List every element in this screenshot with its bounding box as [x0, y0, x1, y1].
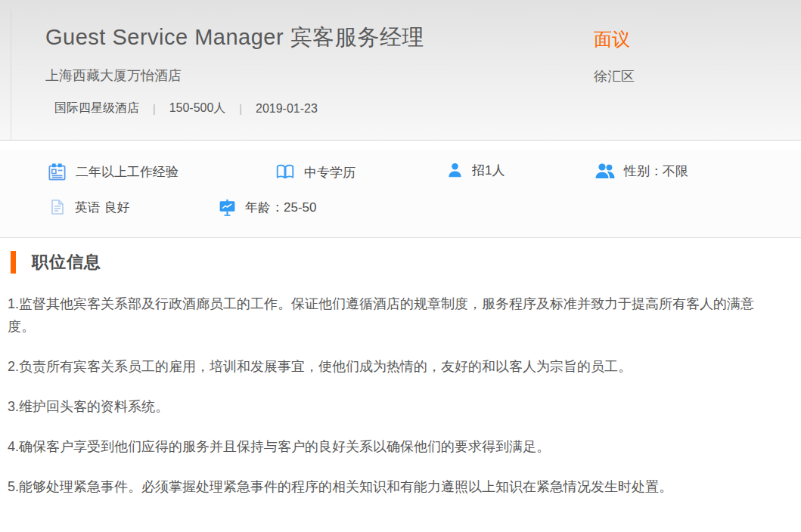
- company-tags: 国际四星级酒店 | 150-500人 | 2019-01-23: [54, 101, 318, 116]
- tag-separator: |: [239, 103, 242, 115]
- gender-icon: [595, 162, 616, 180]
- work-experience-icon: [47, 162, 67, 182]
- requirement-label: 中专学历: [304, 164, 355, 181]
- job-requirements-strip: 二年以上工作经验 中专学历 招1人 性别：不限: [0, 150, 801, 238]
- card-left-edge: [11, 10, 11, 140]
- requirement-gender: 性别：不限: [595, 162, 688, 180]
- section-title: 职位信息: [32, 251, 101, 274]
- job-title: Guest Service Manager 宾客服务经理: [45, 23, 424, 53]
- requirement-headcount: 招1人: [446, 162, 505, 179]
- accent-bar: [11, 251, 16, 274]
- requirement-age: 年龄：25-50: [218, 198, 316, 217]
- age-icon: [218, 198, 237, 217]
- salary-negotiable: 面议: [594, 27, 630, 51]
- tag-separator: |: [153, 103, 156, 115]
- description-paragraph: 5.能够处理紧急事件。必须掌握处理紧急事件的程序的相关知识和有能力遵照以上知识在…: [8, 475, 778, 498]
- description-paragraph: 3.维护回头客的资料系统。: [8, 395, 778, 418]
- job-header-card: Guest Service Manager 宾客服务经理 面议 上海西藏大厦万怡…: [0, 0, 801, 141]
- requirement-label: 性别：不限: [624, 162, 688, 180]
- requirement-label: 二年以上工作经验: [76, 163, 179, 181]
- requirement-label: 招1人: [472, 162, 505, 179]
- tag-hotel-grade: 国际四星级酒店: [54, 101, 139, 116]
- description-paragraph: 2.负责所有宾客关系员工的雇用，培训和发展事宜，使他们成为热情的，友好的和以客人…: [8, 355, 778, 378]
- job-district: 徐汇区: [594, 67, 635, 85]
- tag-post-date: 2019-01-23: [256, 102, 318, 116]
- education-icon: [275, 162, 296, 183]
- company-name: 上海西藏大厦万怡酒店: [45, 66, 182, 85]
- requirement-education: 中专学历: [275, 162, 355, 183]
- headcount-icon: [446, 162, 464, 179]
- description-paragraph: 4.确保客户享受到他们应得的服务并且保持与客户的良好关系以确保他们的要求得到满足…: [8, 435, 778, 458]
- requirement-label: 年龄：25-50: [245, 199, 316, 216]
- requirement-language: 英语 良好: [48, 198, 130, 216]
- requirement-experience: 二年以上工作经验: [47, 162, 179, 182]
- job-info-section: 职位信息 1.监督其他宾客关系部及行政酒廊员工的工作。保证他们遵循酒店的规章制度…: [0, 250, 801, 532]
- section-header: 职位信息: [0, 250, 801, 274]
- job-description: 1.监督其他宾客关系部及行政酒廊员工的工作。保证他们遵循酒店的规章制度，服务程序…: [0, 282, 801, 498]
- tag-company-size: 150-500人: [169, 101, 226, 116]
- requirement-label: 英语 良好: [75, 199, 130, 216]
- description-paragraph: 1.监督其他宾客关系部及行政酒廊员工的工作。保证他们遵循酒店的规章制度，服务程序…: [8, 292, 778, 338]
- language-icon: [48, 198, 67, 216]
